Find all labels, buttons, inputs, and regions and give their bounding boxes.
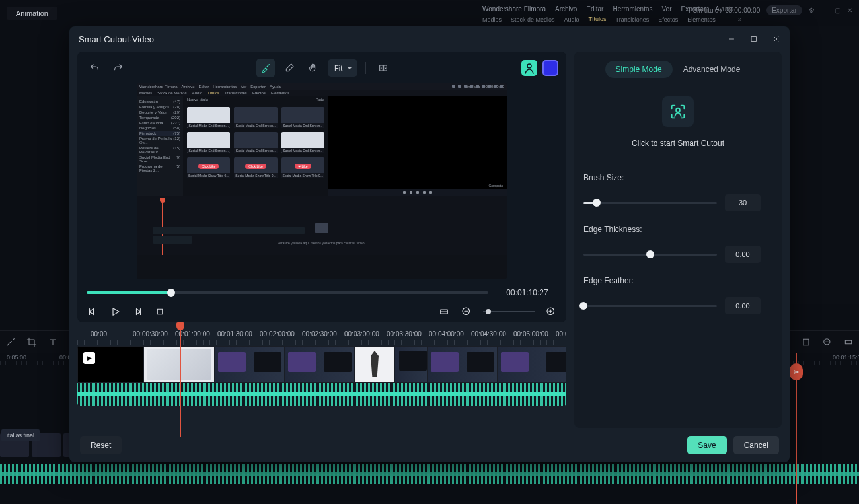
play-badge-icon: ▶ xyxy=(83,352,95,364)
host-cat[interactable]: Transiciones xyxy=(616,17,650,24)
minimize-icon[interactable] xyxy=(728,35,735,43)
prev-frame-icon[interactable] xyxy=(87,306,98,318)
edge-thickness-value[interactable]: 0.00 xyxy=(725,246,761,263)
stop-icon[interactable] xyxy=(154,306,166,318)
fit-select[interactable]: Fit xyxy=(328,59,357,77)
timeline-ruler-label: 00:00 xyxy=(91,330,107,338)
save-button[interactable]: Save xyxy=(687,436,726,454)
timeline-video-track[interactable]: ▶ xyxy=(77,346,566,383)
host-brand: Wondershare Filmora xyxy=(482,5,546,13)
tab-simple-mode[interactable]: Simple Mode xyxy=(605,61,673,78)
host-menu-item[interactable]: Herramientas xyxy=(613,5,652,13)
host-categories: Medios Stock de Medios Audio Títulos Tra… xyxy=(482,16,741,24)
svg-rect-9 xyxy=(157,309,163,314)
brush-size-value[interactable]: 30 xyxy=(725,194,761,211)
close-icon[interactable] xyxy=(772,35,780,43)
foreground-swatch[interactable] xyxy=(521,60,537,76)
zoom-slider[interactable] xyxy=(483,311,535,312)
play-icon[interactable] xyxy=(109,306,121,318)
timeline-clip[interactable] xyxy=(143,346,215,383)
edge-feather-label: Edge Feather: xyxy=(583,276,772,285)
timeline-playhead[interactable] xyxy=(180,329,181,437)
brush-size-slider[interactable] xyxy=(583,202,717,204)
eraser-tool-icon[interactable] xyxy=(280,59,299,77)
host-max-icon[interactable]: ▢ xyxy=(835,7,840,14)
edge-thickness-label: Edge Thickness: xyxy=(583,225,772,234)
host-playhead[interactable] xyxy=(796,353,797,504)
svg-rect-5 xyxy=(752,37,757,42)
mark-in-out-icon[interactable] xyxy=(438,306,450,318)
redo-icon[interactable] xyxy=(109,59,128,77)
host-close-icon[interactable]: ✕ xyxy=(847,7,852,14)
smart-cutout-dialog: Smart Cutout-Video Fit xyxy=(69,26,790,462)
timeline-ruler-label: 00:03:30:00 xyxy=(387,330,422,338)
zoom-in-icon[interactable] xyxy=(545,306,557,318)
maximize-icon[interactable] xyxy=(750,35,758,43)
timeline-ruler[interactable]: 00:0000:00:30:0000:01:00:0000:01:30:0000… xyxy=(77,329,566,346)
preview-timecode: 00:01:10:27 xyxy=(498,288,557,297)
timeline-clip[interactable] xyxy=(428,346,498,383)
brush-tool-icon[interactable] xyxy=(256,59,275,77)
timeline-ruler-label: 00:01:30:00 xyxy=(217,330,252,338)
host-export-button[interactable]: Exportar xyxy=(766,5,802,15)
host-settings-icon[interactable]: ⚙ xyxy=(809,7,815,14)
timeline-clip[interactable] xyxy=(498,346,566,383)
marker-icon[interactable] xyxy=(801,337,811,347)
next-frame-icon[interactable] xyxy=(131,306,143,318)
host-audio-track[interactable] xyxy=(0,464,859,484)
timeline-clip[interactable] xyxy=(355,346,394,383)
host-cat[interactable]: Audio xyxy=(564,17,579,24)
edge-feather-slider[interactable] xyxy=(583,305,717,307)
host-menu-item[interactable]: Ver xyxy=(661,5,671,13)
svg-rect-2 xyxy=(803,339,809,345)
wand-icon[interactable] xyxy=(5,337,16,347)
preview-progress[interactable] xyxy=(87,291,488,294)
host-cat[interactable]: Efectos xyxy=(658,17,678,24)
compare-icon[interactable] xyxy=(374,59,392,77)
background-swatch[interactable] xyxy=(542,60,558,76)
timeline-clip[interactable] xyxy=(215,346,285,383)
host-min-icon[interactable]: — xyxy=(821,7,828,14)
host-cat[interactable]: Stock de Medios xyxy=(511,17,555,24)
undo-icon[interactable] xyxy=(85,59,104,77)
hand-tool-icon[interactable] xyxy=(304,59,322,77)
host-ruler-label: 0:05:00 xyxy=(7,354,26,361)
edge-feather-value[interactable]: 0.00 xyxy=(725,297,761,314)
text-icon[interactable] xyxy=(48,337,58,347)
tab-advanced-mode[interactable]: Advanced Mode xyxy=(673,61,751,78)
host-tab[interactable]: Animation xyxy=(7,7,57,20)
host-clip-label: itallas final xyxy=(1,429,40,441)
host-project-time: 00:00:00:00 xyxy=(725,7,760,14)
dialog-footer: Reset Save Cancel xyxy=(69,428,790,462)
host-project-label: Sin título xyxy=(692,7,718,14)
timeline-clip[interactable]: ▶ xyxy=(77,346,143,383)
dialog-title: Smart Cutout-Video xyxy=(79,34,154,44)
host-cat[interactable]: Títulos xyxy=(589,16,607,24)
svg-rect-7 xyxy=(384,65,387,71)
start-smart-cutout-label: Click to start Smart Cutout xyxy=(583,139,772,148)
host-menu-item[interactable]: Archivo xyxy=(555,5,577,13)
zoom-fit-icon[interactable] xyxy=(843,337,854,347)
zoom-out-icon[interactable] xyxy=(822,337,833,347)
svg-rect-4 xyxy=(845,340,851,343)
reset-button[interactable]: Reset xyxy=(80,436,122,454)
preview-controls xyxy=(77,301,566,322)
timeline-clip[interactable] xyxy=(285,346,355,383)
edge-thickness-slider[interactable] xyxy=(583,254,717,256)
cancel-button[interactable]: Cancel xyxy=(733,436,779,454)
zoom-out-icon[interactable] xyxy=(461,306,472,318)
timeline-ruler-label: 00:05:30:0 xyxy=(556,330,566,338)
preview-panel: Fit Wondershare Filmora Archiv xyxy=(77,52,566,322)
scissors-icon[interactable] xyxy=(790,363,803,380)
preview-canvas[interactable]: Wondershare Filmora ArchivoEditarHerrami… xyxy=(137,83,507,279)
crop-icon[interactable] xyxy=(26,337,37,347)
timeline-audio-track[interactable] xyxy=(77,383,566,406)
timeline-ruler-label: 00:04:30:00 xyxy=(471,330,506,338)
start-smart-cutout-button[interactable] xyxy=(662,96,694,127)
host-cat[interactable]: Elementos xyxy=(687,17,716,24)
host-menu-item[interactable]: Editar xyxy=(586,5,603,13)
timeline-ruler-label: 00:03:00:00 xyxy=(344,330,379,338)
host-cat[interactable]: Medios xyxy=(482,17,502,24)
more-icon[interactable]: » xyxy=(738,16,742,24)
timeline-clip[interactable] xyxy=(394,346,428,383)
